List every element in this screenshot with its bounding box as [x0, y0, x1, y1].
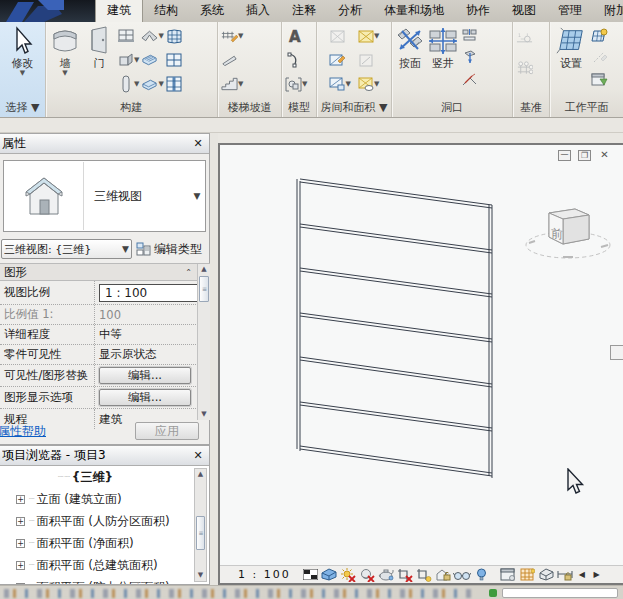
close-icon[interactable]: ✕ [191, 449, 205, 463]
dormer-icon[interactable] [461, 71, 478, 88]
parts-visibility-value[interactable]: 显示原状态 [95, 347, 210, 362]
ref-plane-icon[interactable] [591, 49, 608, 66]
tree-item-area-plan-gross[interactable]: + ┈ 面积平面 (总建筑面积) [0, 554, 209, 576]
unlocked-view-icon[interactable] [434, 567, 453, 582]
wall-button[interactable]: 墙 ▼ [48, 24, 82, 77]
curtain-system-icon[interactable] [166, 28, 183, 45]
scroll-down-icon[interactable]: ▼ [195, 570, 206, 581]
model-line-icon[interactable] [285, 52, 302, 69]
project-browser-title-bar[interactable]: 项目浏览器 - 项目3 ✕ [0, 446, 209, 466]
mullion-icon[interactable] [166, 76, 183, 93]
curtain-grid-icon[interactable] [166, 52, 183, 69]
viewcube[interactable]: 前 [523, 197, 615, 263]
scroll-up-icon[interactable]: ▲ [195, 469, 206, 480]
panel-label-model[interactable]: 模型 [282, 100, 316, 117]
expand-icon[interactable]: + [16, 561, 25, 570]
opening-by-face-button[interactable]: 按面 [394, 24, 426, 71]
tab-addins[interactable]: 附加模块 [593, 0, 623, 22]
component-icon[interactable] [117, 52, 134, 69]
reveal-hidden-icon[interactable] [472, 567, 491, 582]
tab-manage[interactable]: 管理 [547, 0, 593, 22]
tree-item-elevations[interactable]: + ┈ 立面 (建筑立面) [0, 488, 209, 510]
edit-type-button[interactable]: 编辑类型 [134, 239, 208, 259]
shaft-button[interactable]: 竖井 [426, 24, 460, 71]
temporary-view-properties-icon[interactable] [499, 567, 518, 582]
properties-scrollbar[interactable]: ▲ ≡ ▼ [197, 264, 210, 420]
expand-icon[interactable]: + [16, 539, 25, 548]
set-workplane-button[interactable]: 设置 [552, 24, 590, 71]
panel-label-datum[interactable]: 基准 [513, 100, 549, 117]
ceiling-icon[interactable] [141, 52, 158, 69]
sun-path-icon[interactable] [339, 567, 358, 582]
properties-title-bar[interactable]: 属性 ✕ [0, 134, 209, 154]
column-icon[interactable] [117, 76, 134, 93]
panel-label-opening[interactable]: 洞口 [392, 100, 512, 117]
chevron-down-icon[interactable]: ▼ [189, 191, 205, 201]
show-workplane-icon[interactable] [591, 27, 608, 44]
scrollbar-thumb[interactable]: ≡ [199, 276, 209, 302]
window-icon[interactable] [117, 28, 134, 45]
panel-label-select[interactable]: 选择 ▼ [0, 100, 45, 117]
apply-button[interactable]: 应用 [135, 422, 199, 440]
revit-app-logo[interactable] [0, 0, 95, 22]
render-icon[interactable] [377, 567, 396, 582]
tab-annotate[interactable]: 注释 [281, 0, 327, 22]
tab-architecture[interactable]: 建筑 [95, 0, 143, 22]
ramp-icon[interactable] [221, 52, 238, 69]
shadows-icon[interactable] [358, 567, 377, 582]
door-button[interactable]: 门 [82, 24, 116, 71]
tab-structure[interactable]: 结构 [143, 0, 189, 22]
group-header-graphics[interactable]: 图形 ⌃ [0, 264, 210, 281]
area-icon[interactable] [329, 76, 346, 93]
panel-canvas-divider[interactable] [210, 133, 218, 599]
model-text-icon[interactable]: A [285, 28, 302, 45]
type-selector[interactable]: 三维视图 ▼ [3, 160, 206, 232]
panel-label-room-area[interactable]: 房间和面积 ▼ [317, 100, 391, 117]
vg-edit-button[interactable]: 编辑... [99, 367, 191, 384]
expand-icon[interactable]: + [16, 495, 25, 504]
scrollbar-thumb[interactable]: ≡ [196, 516, 205, 550]
area-yellow-icon[interactable] [357, 28, 374, 45]
detail-level-value[interactable]: 中等 [95, 327, 210, 342]
drawing-area[interactable]: — ❐ ✕ [220, 145, 623, 565]
crop-view-icon[interactable] [396, 567, 415, 582]
room-tag-icon[interactable] [329, 52, 346, 69]
graphic-display-edit-button[interactable]: 编辑... [99, 389, 191, 406]
viewer-icon[interactable] [591, 71, 608, 88]
railing-icon[interactable] [221, 28, 238, 45]
view-bar-scroll-arrows[interactable]: ◀ ▶ [579, 570, 603, 579]
roof-icon[interactable] [141, 28, 158, 45]
panel-label-workplane[interactable]: 工作平面 [550, 100, 623, 117]
wall-opening-icon[interactable] [461, 27, 478, 44]
reveal-constraints-icon[interactable] [556, 567, 575, 582]
tab-systems[interactable]: 系统 [189, 0, 235, 22]
detail-level-icon[interactable] [301, 567, 320, 582]
stair-icon[interactable] [221, 76, 238, 93]
tab-view[interactable]: 视图 [501, 0, 547, 22]
visual-style-icon[interactable] [320, 567, 339, 582]
area-disabled-icon[interactable] [357, 52, 374, 69]
view-instance-combobox[interactable]: 三维视图: {三维} ▼ [1, 239, 132, 259]
tab-massing-site[interactable]: 体量和场地 [373, 0, 455, 22]
floor-icon[interactable] [141, 76, 158, 93]
tree-item-area-plan-net[interactable]: + ┈ 面积平面 (净面积) [0, 532, 209, 554]
room-icon[interactable] [329, 28, 346, 45]
tree-item-3d-view[interactable]: ┈┈ {三维} [0, 466, 209, 488]
model-group-icon[interactable] [285, 76, 302, 93]
collapse-icon[interactable]: ⌃ [185, 268, 192, 277]
properties-help-link[interactable]: 属性帮助 [0, 423, 46, 440]
tab-insert[interactable]: 插入 [235, 0, 281, 22]
tab-collaborate[interactable]: 协作 [455, 0, 501, 22]
level-icon[interactable]: 1 [516, 31, 533, 48]
vertical-opening-icon[interactable] [461, 49, 478, 66]
axis-grid-icon[interactable] [516, 61, 533, 78]
tree-item-area-plan-fire[interactable]: + ┈ 面积平面 (防火分区面积) [0, 576, 209, 584]
scroll-up-icon[interactable]: ▲ [198, 264, 210, 275]
panel-label-build[interactable]: 构建 [46, 100, 217, 117]
analytical-model-icon[interactable] [518, 567, 537, 582]
view-scale-control[interactable]: 1 : 100 [238, 568, 291, 581]
tab-analyze[interactable]: 分析 [327, 0, 373, 22]
expand-icon[interactable]: + [16, 517, 25, 526]
show-crop-icon[interactable] [415, 567, 434, 582]
view-scale-value[interactable]: 1 : 100≡ [99, 284, 199, 302]
